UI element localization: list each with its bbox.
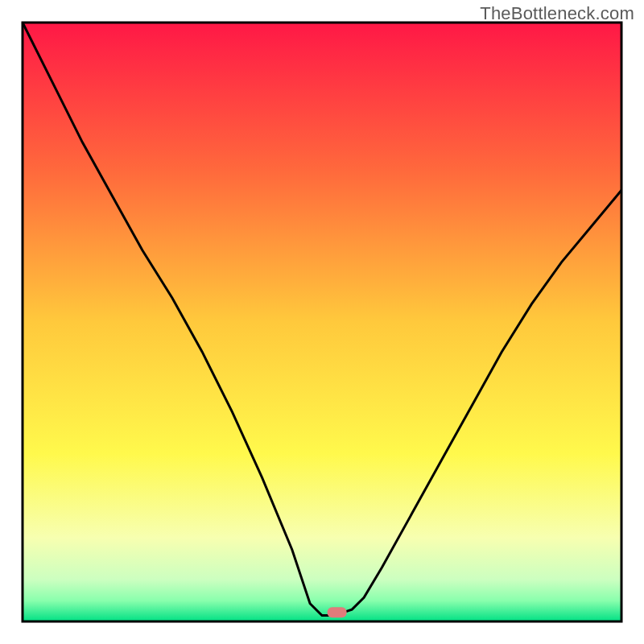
chart-svg <box>0 0 644 644</box>
watermark-text: TheBottleneck.com <box>480 3 634 24</box>
plot-background <box>23 23 621 621</box>
sweet-spot-marker <box>328 607 347 617</box>
chart-container: TheBottleneck.com <box>0 0 644 644</box>
